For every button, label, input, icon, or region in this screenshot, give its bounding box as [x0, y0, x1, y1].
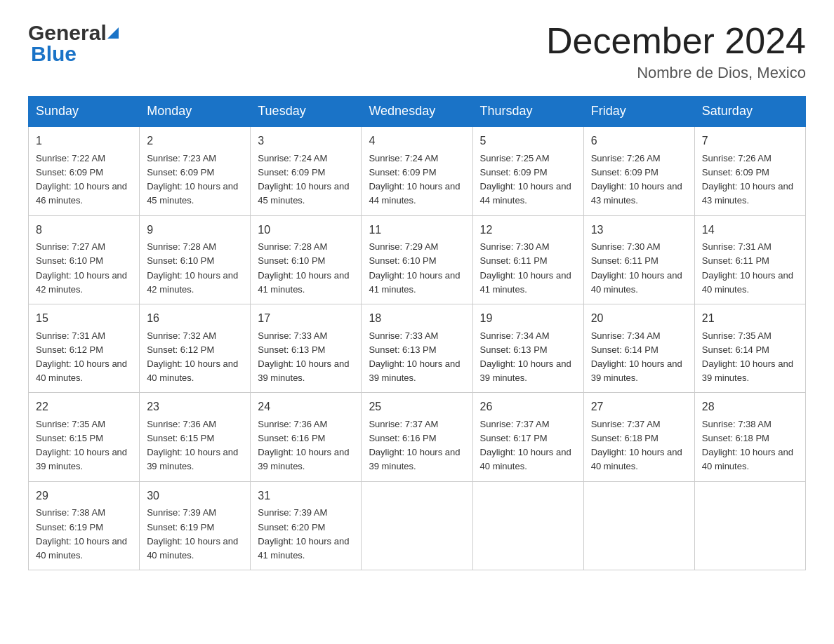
day-info: Sunrise: 7:37 AMSunset: 6:17 PMDaylight:…: [480, 419, 571, 471]
day-info: Sunrise: 7:23 AMSunset: 6:09 PMDaylight:…: [147, 153, 238, 206]
day-info: Sunrise: 7:38 AMSunset: 6:19 PMDaylight:…: [36, 507, 127, 560]
calendar-cell: [472, 481, 583, 570]
day-info: Sunrise: 7:29 AMSunset: 6:10 PMDaylight:…: [369, 241, 460, 294]
calendar-cell: 16Sunrise: 7:32 AMSunset: 6:12 PMDayligh…: [140, 304, 251, 392]
calendar-week-row: 29Sunrise: 7:38 AMSunset: 6:19 PMDayligh…: [29, 481, 806, 570]
day-number: 19: [480, 310, 576, 328]
calendar-cell: 7Sunrise: 7:26 AMSunset: 6:09 PMDaylight…: [694, 126, 805, 215]
calendar-cell: 14Sunrise: 7:31 AMSunset: 6:11 PMDayligh…: [694, 215, 805, 304]
page-header: G eneral Blue December 2024 Nombre de Di…: [28, 21, 806, 82]
day-number: 10: [258, 222, 354, 239]
logo-blue: Blue: [31, 42, 77, 66]
calendar-cell: 3Sunrise: 7:24 AMSunset: 6:09 PMDaylight…: [251, 126, 362, 215]
calendar-cell: 23Sunrise: 7:36 AMSunset: 6:15 PMDayligh…: [140, 393, 251, 481]
day-info: Sunrise: 7:39 AMSunset: 6:20 PMDaylight:…: [258, 507, 349, 560]
day-number: 31: [258, 488, 354, 505]
day-info: Sunrise: 7:31 AMSunset: 6:11 PMDaylight:…: [702, 241, 793, 294]
day-info: Sunrise: 7:33 AMSunset: 6:13 PMDaylight:…: [369, 330, 460, 383]
calendar-cell: 31Sunrise: 7:39 AMSunset: 6:20 PMDayligh…: [251, 481, 362, 570]
calendar-week-row: 22Sunrise: 7:35 AMSunset: 6:15 PMDayligh…: [29, 393, 806, 481]
calendar-cell: 15Sunrise: 7:31 AMSunset: 6:12 PMDayligh…: [29, 304, 140, 392]
calendar-day-header: Sunday: [29, 97, 140, 127]
day-info: Sunrise: 7:25 AMSunset: 6:09 PMDaylight:…: [480, 153, 571, 206]
day-info: Sunrise: 7:31 AMSunset: 6:12 PMDaylight:…: [36, 330, 127, 383]
day-number: 26: [480, 398, 576, 416]
day-number: 18: [369, 310, 465, 328]
logo-eneral: eneral: [44, 21, 106, 45]
calendar-cell: 29Sunrise: 7:38 AMSunset: 6:19 PMDayligh…: [29, 481, 140, 570]
day-number: 22: [36, 398, 132, 416]
day-number: 13: [591, 222, 687, 239]
day-number: 1: [36, 133, 132, 150]
calendar-cell: 19Sunrise: 7:34 AMSunset: 6:13 PMDayligh…: [472, 304, 583, 392]
day-info: Sunrise: 7:34 AMSunset: 6:13 PMDaylight:…: [480, 330, 571, 383]
day-info: Sunrise: 7:28 AMSunset: 6:10 PMDaylight:…: [258, 241, 349, 294]
day-info: Sunrise: 7:24 AMSunset: 6:09 PMDaylight:…: [369, 153, 460, 206]
day-number: 9: [147, 222, 243, 239]
calendar-day-header: Saturday: [694, 97, 805, 127]
day-number: 3: [258, 133, 354, 150]
day-info: Sunrise: 7:30 AMSunset: 6:11 PMDaylight:…: [480, 241, 571, 294]
calendar-week-row: 15Sunrise: 7:31 AMSunset: 6:12 PMDayligh…: [29, 304, 806, 392]
calendar-table: SundayMondayTuesdayWednesdayThursdayFrid…: [28, 96, 806, 570]
day-info: Sunrise: 7:35 AMSunset: 6:14 PMDaylight:…: [702, 330, 793, 383]
day-info: Sunrise: 7:28 AMSunset: 6:10 PMDaylight:…: [147, 241, 238, 294]
calendar-cell: 22Sunrise: 7:35 AMSunset: 6:15 PMDayligh…: [29, 393, 140, 481]
day-info: Sunrise: 7:26 AMSunset: 6:09 PMDaylight:…: [702, 153, 793, 206]
day-info: Sunrise: 7:34 AMSunset: 6:14 PMDaylight:…: [591, 330, 682, 383]
day-info: Sunrise: 7:36 AMSunset: 6:16 PMDaylight:…: [258, 419, 349, 471]
calendar-cell: 9Sunrise: 7:28 AMSunset: 6:10 PMDaylight…: [140, 215, 251, 304]
logo: G eneral Blue: [28, 21, 119, 66]
day-number: 4: [369, 133, 465, 150]
calendar-cell: 27Sunrise: 7:37 AMSunset: 6:18 PMDayligh…: [583, 393, 694, 481]
calendar-cell: 8Sunrise: 7:27 AMSunset: 6:10 PMDaylight…: [29, 215, 140, 304]
day-number: 14: [702, 222, 798, 239]
day-number: 12: [480, 222, 576, 239]
calendar-cell: 25Sunrise: 7:37 AMSunset: 6:16 PMDayligh…: [362, 393, 472, 481]
calendar-cell: 24Sunrise: 7:36 AMSunset: 6:16 PMDayligh…: [251, 393, 362, 481]
day-number: 5: [480, 133, 576, 150]
calendar-cell: 4Sunrise: 7:24 AMSunset: 6:09 PMDaylight…: [362, 126, 472, 215]
day-info: Sunrise: 7:37 AMSunset: 6:18 PMDaylight:…: [591, 419, 682, 471]
day-number: 23: [147, 398, 243, 416]
calendar-cell: [694, 481, 805, 570]
day-number: 17: [258, 310, 354, 328]
day-info: Sunrise: 7:30 AMSunset: 6:11 PMDaylight:…: [591, 241, 682, 294]
calendar-cell: 21Sunrise: 7:35 AMSunset: 6:14 PMDayligh…: [694, 304, 805, 392]
day-number: 15: [36, 310, 132, 328]
calendar-cell: 20Sunrise: 7:34 AMSunset: 6:14 PMDayligh…: [583, 304, 694, 392]
calendar-cell: 11Sunrise: 7:29 AMSunset: 6:10 PMDayligh…: [362, 215, 472, 304]
day-number: 20: [591, 310, 687, 328]
day-number: 29: [36, 488, 132, 505]
calendar-cell: 13Sunrise: 7:30 AMSunset: 6:11 PMDayligh…: [583, 215, 694, 304]
day-info: Sunrise: 7:32 AMSunset: 6:12 PMDaylight:…: [147, 330, 238, 383]
calendar-cell: [583, 481, 694, 570]
day-number: 21: [702, 310, 798, 328]
calendar-day-header: Thursday: [472, 97, 583, 127]
calendar-cell: 10Sunrise: 7:28 AMSunset: 6:10 PMDayligh…: [251, 215, 362, 304]
logo-g: G: [28, 21, 44, 45]
day-info: Sunrise: 7:36 AMSunset: 6:15 PMDaylight:…: [147, 419, 238, 471]
day-info: Sunrise: 7:24 AMSunset: 6:09 PMDaylight:…: [258, 153, 349, 206]
day-number: 30: [147, 488, 243, 505]
calendar-day-header: Tuesday: [251, 97, 362, 127]
day-info: Sunrise: 7:38 AMSunset: 6:18 PMDaylight:…: [702, 419, 793, 471]
day-number: 2: [147, 133, 243, 150]
day-number: 11: [369, 222, 465, 239]
calendar-cell: 5Sunrise: 7:25 AMSunset: 6:09 PMDaylight…: [472, 126, 583, 215]
calendar-day-header: Wednesday: [362, 97, 472, 127]
calendar-day-header: Monday: [140, 97, 251, 127]
day-number: 24: [258, 398, 354, 416]
day-number: 6: [591, 133, 687, 150]
day-number: 25: [369, 398, 465, 416]
calendar-day-header: Friday: [583, 97, 694, 127]
day-info: Sunrise: 7:27 AMSunset: 6:10 PMDaylight:…: [36, 241, 127, 294]
calendar-cell: 6Sunrise: 7:26 AMSunset: 6:09 PMDaylight…: [583, 126, 694, 215]
day-number: 27: [591, 398, 687, 416]
day-info: Sunrise: 7:26 AMSunset: 6:09 PMDaylight:…: [591, 153, 682, 206]
month-title: December 2024: [546, 21, 806, 61]
day-number: 8: [36, 222, 132, 239]
calendar-cell: 17Sunrise: 7:33 AMSunset: 6:13 PMDayligh…: [251, 304, 362, 392]
day-number: 16: [147, 310, 243, 328]
day-info: Sunrise: 7:37 AMSunset: 6:16 PMDaylight:…: [369, 419, 460, 471]
